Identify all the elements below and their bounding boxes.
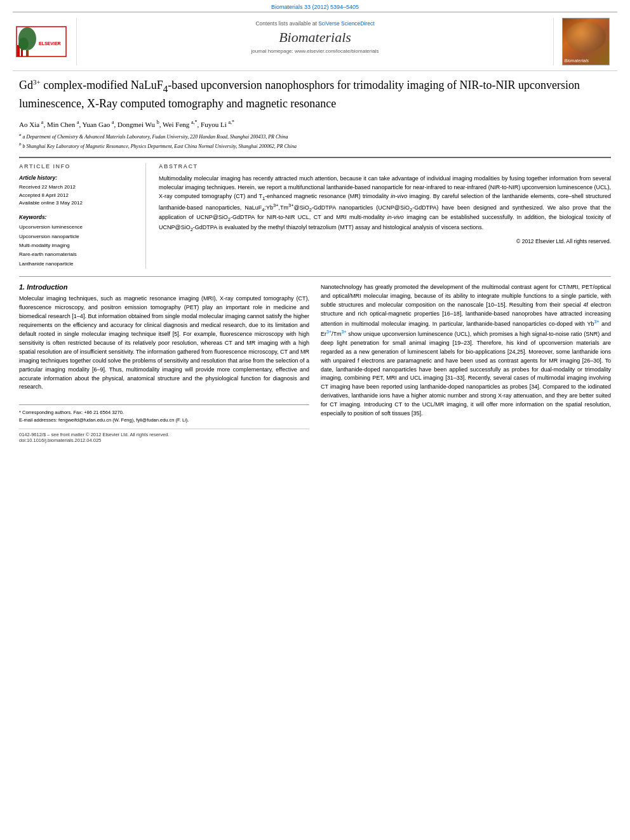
sciverse-line: Contents lists available at SciVerse Sci… [83,20,547,27]
footnotes: * Corresponding authors. Fax: +86 21 656… [19,404,309,423]
received-date: Received 22 March 2012 [19,183,139,192]
article-title: Gd3+ complex-modified NaLuF4-based upcon… [19,77,611,112]
issn-line: 0142-9612/$ – see front matter © 2012 El… [19,432,170,437]
abstract-header: ABSTRACT [159,163,611,170]
authors-line: Ao Xia a, Min Chen a, Yuan Gao a, Dongme… [19,119,611,128]
intro-paragraph-2: Nanotechnology has greatly promoted the … [321,283,611,418]
affiliations: a a Department of Chemistry & Advanced M… [19,131,611,150]
email-addresses: E-mail addresses: fengweifd@fudan.edu.cn… [19,417,309,423]
elsevier-logo-area: ELSEVIER [13,18,76,65]
abstract-column: ABSTRACT Multimodality molecular imaging… [159,163,611,269]
keyword-2: Upconversion nanoparticle [19,232,139,241]
keyword-5: Lanthanide nanoparticle [19,260,139,269]
section-number: 1. [19,283,25,291]
keyword-3: Multi-modality imaging [19,241,139,250]
keywords-list: Upconversion luminescence Upconversion n… [19,223,139,269]
affiliation-a: a Department of Chemistry & Advanced Mat… [23,134,288,140]
section-name: Introduction [27,283,67,291]
info-abstract-section: ARTICLE INFO Article history: Received 2… [19,157,611,269]
history-label: Article history: [19,175,139,181]
svg-rect-4 [26,50,29,57]
article-content: Gd3+ complex-modified NaLuF4-based upcon… [0,71,630,450]
body-left-column: 1. Introduction Molecular imaging techni… [19,283,309,443]
article-info-column: ARTICLE INFO Article history: Received 2… [19,163,146,269]
abstract-section: ABSTRACT Multimodality molecular imaging… [159,163,611,245]
intro-section-title: 1. Introduction [19,283,309,291]
svg-text:ELSEVIER: ELSEVIER [39,41,61,46]
cover-journal-label: Biomaterials [565,58,589,63]
copyright-notice: © 2012 Elsevier Ltd. All rights reserved… [159,238,611,244]
sciverse-link[interactable]: SciVerse ScienceDirect [318,20,374,27]
article-history: Article history: Received 22 March 2012 … [19,175,139,208]
corresponding-author-note: * Corresponding authors. Fax: +86 21 656… [19,409,309,416]
available-date: Available online 3 May 2012 [19,199,139,208]
body-section: 1. Introduction Molecular imaging techni… [19,276,611,443]
journal-cover-image: Biomaterials [562,18,610,65]
intro-paragraph-1: Molecular imaging techniques, such as ma… [19,295,309,392]
journal-cover-area: Biomaterials [554,18,617,65]
abstract-text: Multimodality molecular imaging has rece… [159,175,611,234]
journal-header: ELSEVIER Contents lists available at Sci… [13,11,617,71]
svg-point-3 [18,37,29,50]
footer-line: 0142-9612/$ – see front matter © 2012 El… [19,429,309,443]
journal-name-header: Biomaterials [83,29,547,46]
keywords-label: Keywords: [19,214,139,220]
journal-reference-top: Biomaterials 33 (2012) 5394–5405 [0,0,630,11]
sciverse-prefix: Contents lists available at [255,20,316,27]
journal-title-area: Contents lists available at SciVerse Sci… [76,18,554,65]
journal-citation: Biomaterials 33 (2012) 5394–5405 [271,4,359,10]
journal-homepage-url: journal homepage: www.elsevier.com/locat… [83,48,547,54]
keyword-1: Upconversion luminescence [19,223,139,232]
accepted-date: Accepted 8 April 2012 [19,192,139,200]
doi-line: doi:10.1016/j.biomaterials.2012.04.025 [19,437,101,443]
affiliation-b: b Shanghai Key Laboratory of Magnetic Re… [23,143,297,149]
article-info-header: ARTICLE INFO [19,163,139,170]
elsevier-logo-icon: ELSEVIER [16,26,67,58]
keyword-4: Rare-earth nanomaterials [19,250,139,259]
body-right-column: Nanotechnology has greatly promoted the … [321,283,611,443]
page: Biomaterials 33 (2012) 5394–5405 ELSEVIE… [0,0,630,450]
keywords-section: Keywords: Upconversion luminescence Upco… [19,214,139,269]
